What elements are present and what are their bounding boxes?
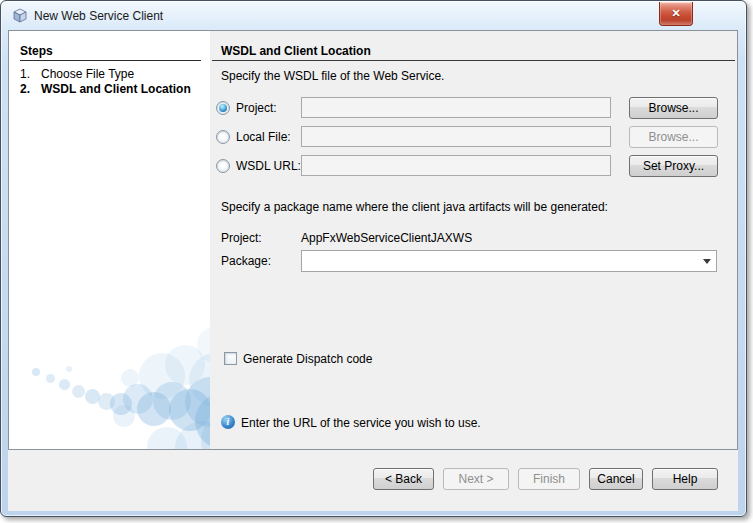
project-value: AppFxWebServiceClientJAXWS [301,231,472,245]
help-button[interactable]: Help [652,468,718,490]
window-title: New Web Service Client [34,9,163,23]
step-wsdl-client-location: 2.WSDL and Client Location [20,82,191,96]
step-number: 2. [20,82,41,96]
close-button[interactable]: ✕ [659,2,693,26]
back-button[interactable]: < Back [373,468,434,490]
wsdl-url-field [301,155,611,176]
wsdl-url-radio-label[interactable]: WSDL URL: [236,159,301,173]
package-input[interactable] [302,251,698,271]
source-row-wsdl-url: WSDL URL: Set Proxy... [210,155,737,177]
set-proxy-button[interactable]: Set Proxy... [629,155,718,177]
project-name-row: Project: AppFxWebServiceClientJAXWS [210,228,737,244]
project-wsdl-field [301,97,611,118]
wsdl-url-radio[interactable] [216,159,230,173]
generate-dispatch-label[interactable]: Generate Dispatch code [243,352,372,366]
project-radio-label[interactable]: Project: [236,101,277,115]
next-button: Next > [443,468,509,490]
package-row: Package: [210,250,737,272]
package-combobox[interactable] [301,250,717,272]
step-label: Choose File Type [41,67,134,81]
steps-divider [20,60,201,61]
step-number: 1. [20,67,41,81]
info-icon: i [221,415,235,429]
dispatch-checkbox-row: Generate Dispatch code [210,350,737,368]
project-radio[interactable] [216,101,230,115]
project-browse-button[interactable]: Browse... [629,97,718,119]
titlebar[interactable]: New Web Service Client ✕ [2,2,745,30]
local-file-radio[interactable] [216,130,230,144]
step-label: WSDL and Client Location [41,82,191,96]
wsdl-instruction: Specify the WSDL file of the Web Service… [221,69,444,83]
source-row-project: Project: Browse... [210,97,737,119]
wizard-main-panel: WSDL and Client Location Specify the WSD… [210,31,737,449]
info-message: Enter the URL of the service you wish to… [241,416,481,430]
new-web-service-client-dialog: New Web Service Client ✕ Steps 1.Choose … [0,0,747,517]
steps-sidebar: Steps 1.Choose File Type 2.WSDL and Clie… [9,31,210,449]
package-instruction: Specify a package name where the client … [221,200,608,214]
source-row-local-file: Local File: Browse... [210,126,737,148]
panel-heading-divider [212,60,735,61]
wizard-footer: < Back Next > Finish Cancel Help [8,450,738,511]
cancel-button[interactable]: Cancel [589,468,643,490]
wizard-cube-icon [12,8,28,24]
package-label: Package: [221,254,271,268]
panel-heading: WSDL and Client Location [221,44,371,58]
local-file-browse-button: Browse... [629,126,718,148]
project-label: Project: [221,231,262,245]
local-file-field [301,126,611,147]
generate-dispatch-checkbox[interactable] [224,352,237,365]
chevron-down-icon[interactable] [698,252,715,270]
steps-title: Steps [20,44,53,58]
info-message-row: i Enter the URL of the service you wish … [210,415,737,431]
step-choose-file-type: 1.Choose File Type [20,67,134,81]
close-icon: ✕ [671,8,680,19]
wizard-content: Steps 1.Choose File Type 2.WSDL and Clie… [8,30,738,450]
local-file-radio-label[interactable]: Local File: [236,130,291,144]
finish-button: Finish [518,468,580,490]
